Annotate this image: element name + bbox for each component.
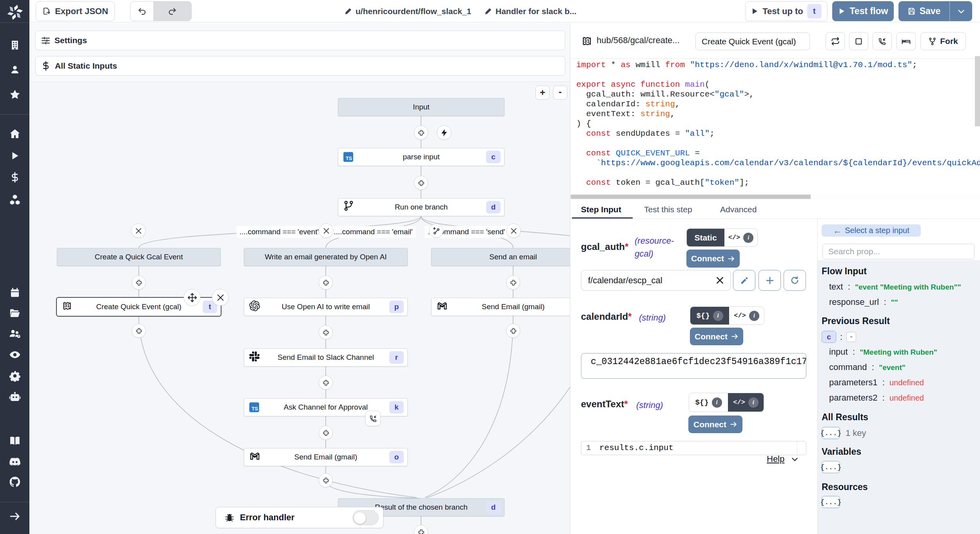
svg-text:31: 31 xyxy=(584,38,590,44)
